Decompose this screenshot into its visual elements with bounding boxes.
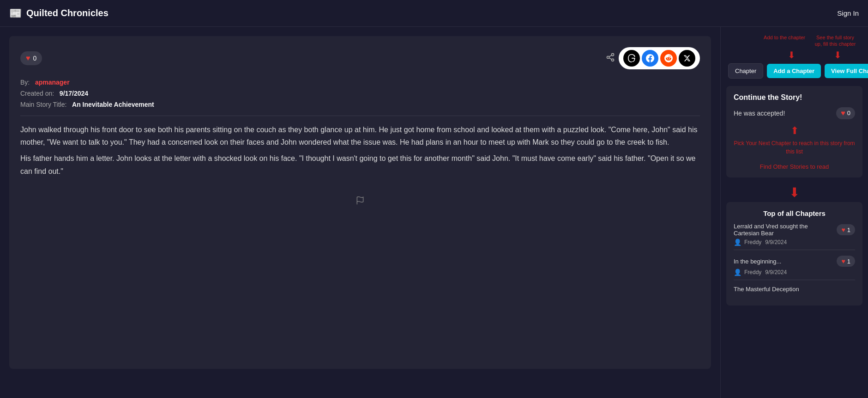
continue-item-likes: ♥ 0: [836, 107, 855, 119]
flag-area: [20, 196, 700, 208]
created-row: Created on: 9/17/2024: [20, 90, 700, 97]
author-value[interactable]: apmanager: [35, 79, 70, 86]
chapter-heart-icon: ♥: [841, 257, 845, 265]
svg-line-4: [609, 55, 612, 56]
annotation-row: Add to the chapter See the full story up…: [728, 34, 861, 48]
story-divider: [20, 116, 700, 116]
header-left: 📰 Quilted Chronicles: [9, 7, 108, 19]
share-area: [606, 47, 700, 69]
svg-line-3: [609, 58, 612, 59]
svg-point-1: [607, 56, 609, 58]
svg-point-2: [612, 59, 614, 61]
view-chain-arrow: ⬇: [819, 49, 856, 61]
created-label: Created on:: [20, 90, 54, 97]
chapter-author-name: Freddy: [744, 269, 761, 276]
chapter-item-top: Lerrald and Vred sought the Cartesian Be…: [734, 223, 855, 237]
story-body: John walked through his front door to se…: [20, 123, 700, 178]
chapter-meta: 👤 Freddy 9/9/2024: [734, 269, 855, 276]
sign-in-button[interactable]: Sign In: [837, 9, 859, 17]
continue-likes-count: 0: [847, 110, 850, 116]
person-icon: 👤: [734, 269, 741, 276]
chapter-heart-icon: ♥: [841, 226, 845, 233]
chapter-likes-badge: ♥ 1: [837, 256, 855, 267]
continue-heart-icon: ♥: [841, 109, 845, 117]
x-share-button[interactable]: [679, 50, 695, 67]
header: 📰 Quilted Chronicles Sign In: [0, 0, 868, 27]
button-row: Chapter Add a Chapter View Full Chain: [728, 63, 861, 79]
svg-point-0: [612, 53, 614, 55]
person-icon: 👤: [734, 239, 741, 246]
chapter-likes-count: 1: [847, 258, 850, 265]
chapter-author-name: Freddy: [744, 239, 761, 245]
chapter-list-item: The Masterful Deception: [734, 286, 855, 293]
chapter-divider: [734, 280, 855, 280]
main-layout: ♥ 0: [0, 27, 868, 398]
chapter-title[interactable]: Lerrald and Vred sought the Cartesian Be…: [734, 223, 833, 237]
flag-button[interactable]: [356, 196, 365, 208]
by-label: By:: [20, 79, 30, 86]
chapter-button[interactable]: Chapter: [728, 63, 763, 79]
social-icons-container: [619, 47, 700, 69]
chapter-item-top: In the beginning... ♥ 1: [734, 256, 855, 267]
top-chapters-title: Top of all Chapters: [734, 209, 855, 217]
chapter-meta: 👤 Freddy 9/9/2024: [734, 239, 855, 246]
share-icon-button[interactable]: [606, 53, 615, 64]
story-top-row: ♥ 0: [20, 47, 700, 69]
chapter-author: 👤 Freddy: [734, 269, 761, 276]
arrow-row: ⬇ ⬇: [728, 49, 861, 61]
view-annotation-text: See the full story up, fill this chapter: [814, 34, 856, 48]
main-story-label: Main Story Title:: [20, 101, 66, 108]
find-other-stories-link[interactable]: Find Other Stories to read: [734, 163, 855, 170]
pick-chapter-text: Pick Your Next Chapter to reach in this …: [734, 140, 855, 155]
pick-chapter-arrow: ⬆: [734, 125, 855, 137]
chapter-title[interactable]: The Masterful Deception: [734, 286, 851, 293]
content-area: ♥ 0: [0, 27, 720, 398]
chapter-date: 9/9/2024: [765, 269, 787, 276]
chapter-date: 9/9/2024: [765, 239, 787, 245]
chapter-title[interactable]: In the beginning...: [734, 258, 833, 265]
author-row: By: apmanager: [20, 79, 700, 86]
app-title: Quilted Chronicles: [26, 8, 108, 18]
add-chapter-button[interactable]: Add a Chapter: [767, 64, 821, 78]
facebook-share-button[interactable]: [642, 50, 658, 67]
like-count: 0: [33, 55, 37, 62]
threads-share-button[interactable]: [623, 50, 640, 67]
right-sidebar: Add to the chapter See the full story up…: [720, 27, 868, 398]
chapters-list: Lerrald and Vred sought the Cartesian Be…: [734, 223, 855, 293]
view-full-chain-button[interactable]: View Full Chain: [825, 64, 868, 78]
main-story-row: Main Story Title: An Inevitable Achievem…: [20, 101, 700, 108]
like-button[interactable]: ♥ 0: [20, 51, 42, 65]
story-card: ♥ 0: [9, 36, 711, 369]
continue-story-panel: Continue the Story! He was accepted! ♥ 0…: [726, 86, 862, 178]
chapter-list-item: Lerrald and Vred sought the Cartesian Be…: [734, 223, 855, 250]
continue-story-item[interactable]: He was accepted! ♥ 0: [734, 107, 855, 119]
add-chapter-arrow: ⬇: [773, 49, 810, 61]
top-chapters-panel: Top of all Chapters Lerrald and Vred sou…: [726, 202, 862, 306]
reddit-share-button[interactable]: [660, 50, 677, 67]
top-chapters-arrow: ⬇: [789, 185, 800, 200]
chapter-item-top: The Masterful Deception: [734, 286, 855, 293]
continue-story-title: Continue the Story!: [734, 93, 855, 102]
continue-item-text: He was accepted!: [734, 110, 785, 117]
main-story-title: An Inevitable Achievement: [72, 101, 154, 108]
big-arrow-container: ⬇: [721, 183, 868, 202]
chapter-likes-count: 1: [847, 227, 850, 233]
chapter-author: 👤 Freddy: [734, 239, 761, 246]
logo-icon: 📰: [9, 7, 22, 19]
sidebar-buttons-area: Add to the chapter See the full story up…: [721, 27, 868, 86]
created-date: 9/17/2024: [60, 90, 88, 97]
pick-chapter-annotation: ⬆ Pick Your Next Chapter to reach in thi…: [734, 125, 855, 156]
chapter-list-item: In the beginning... ♥ 1 👤 Freddy 9/9/202…: [734, 256, 855, 280]
add-annotation-text: Add to the chapter: [764, 34, 805, 48]
chapter-likes-badge: ♥ 1: [837, 224, 855, 235]
chapter-divider: [734, 250, 855, 250]
heart-icon: ♥: [26, 54, 30, 62]
